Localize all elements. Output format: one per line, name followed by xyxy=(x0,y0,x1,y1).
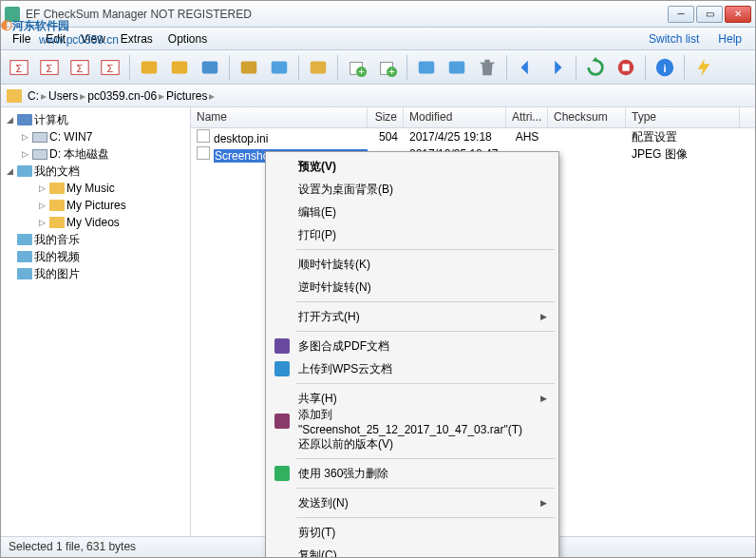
svg-rect-8 xyxy=(142,61,158,73)
toolbar-bolt[interactable] xyxy=(690,53,718,82)
toolbar-sigma2[interactable]: Σ xyxy=(35,53,64,82)
tree-label: My Pictures xyxy=(66,199,126,212)
context-menu-item[interactable]: 逆时针旋转(N) xyxy=(268,276,557,298)
context-menu-item[interactable]: 打开方式(H)▶ xyxy=(268,305,557,328)
expand-icon[interactable]: ▷ xyxy=(37,218,47,228)
breadcrumb[interactable]: C:▸Users▸pc0359.cn-06▸Pictures▸ xyxy=(1,85,755,107)
context-menu-item[interactable]: 上传到WPS云文档 xyxy=(268,357,557,380)
tree-item[interactable]: 我的图片 xyxy=(3,265,188,282)
menu-options[interactable]: Options xyxy=(161,30,215,48)
column-type[interactable]: Type xyxy=(626,107,740,127)
close-button[interactable]: ✕ xyxy=(725,6,751,23)
context-menu-item[interactable]: 顺时针旋转(K) xyxy=(268,253,557,276)
toolbar-folder-up[interactable] xyxy=(135,53,163,82)
cell-size: 504 xyxy=(368,130,404,144)
no-expand xyxy=(5,235,15,245)
svg-text:Σ: Σ xyxy=(77,62,84,73)
tree-item[interactable]: ▷ My Pictures xyxy=(3,197,188,214)
menu-extras[interactable]: Extras xyxy=(113,30,161,48)
menu-view[interactable]: View xyxy=(73,30,113,48)
cell-type: JPEG 图像 xyxy=(626,146,740,163)
tree-item[interactable]: 我的音乐 xyxy=(3,231,188,248)
breadcrumb-segment[interactable]: pc0359.cn-06 xyxy=(85,89,159,103)
context-menu-item[interactable]: 预览(V) xyxy=(268,155,557,178)
collapse-icon[interactable]: ◢ xyxy=(5,115,15,125)
menu-item-label: 发送到(N) xyxy=(298,495,349,511)
wps-icon xyxy=(274,360,291,377)
context-menu-item[interactable]: 复制(C) xyxy=(268,544,557,558)
column-name[interactable]: Name xyxy=(191,107,368,127)
tree-label: 我的文档 xyxy=(34,164,80,180)
tree-item[interactable]: ▷ C: WIN7 xyxy=(3,128,188,145)
menu-file[interactable]: File xyxy=(5,30,38,48)
maximize-button[interactable]: ▭ xyxy=(696,6,723,23)
minimize-button[interactable]: ─ xyxy=(668,6,694,23)
toolbar-copy[interactable] xyxy=(412,53,441,82)
menu-separator xyxy=(296,488,555,489)
column-size[interactable]: Size xyxy=(368,107,404,127)
column-checksum[interactable]: Checksum xyxy=(548,107,626,127)
context-menu-item[interactable]: 使用 360强力删除 xyxy=(268,462,557,485)
360-icon xyxy=(274,465,291,482)
file-icon xyxy=(197,129,210,143)
menu-help[interactable]: Help xyxy=(709,30,751,48)
toolbar-refresh[interactable] xyxy=(581,53,610,82)
folder-pic-icon xyxy=(17,268,32,279)
toolbar-sigma3[interactable]: Σ xyxy=(66,53,94,82)
tree-item[interactable]: ▷ D: 本地磁盘 xyxy=(3,145,188,163)
toolbar-info[interactable]: i xyxy=(651,53,679,82)
context-menu-item[interactable]: 添加到 "Screenshot_25_12_2017_10_47_03.rar"… xyxy=(268,410,557,433)
context-menu-item[interactable]: 设置为桌面背景(B) xyxy=(268,178,557,201)
column-headers[interactable]: NameSizeModifiedAttri...ChecksumType xyxy=(191,107,755,128)
toolbar-forward[interactable] xyxy=(542,53,571,82)
tree-item[interactable]: ◢ 计算机 xyxy=(3,111,188,128)
column-attr[interactable]: Attri... xyxy=(506,107,548,127)
menu-bar: FileEditViewExtrasOptions Switch listHel… xyxy=(1,28,755,50)
toolbar-move[interactable] xyxy=(443,53,471,82)
menu-edit[interactable]: Edit xyxy=(38,30,73,48)
toolbar-list[interactable] xyxy=(265,53,293,82)
expand-icon[interactable]: ▷ xyxy=(37,183,47,194)
expand-icon[interactable]: ▷ xyxy=(20,149,30,160)
toolbar-folder-open[interactable] xyxy=(165,53,194,82)
breadcrumb-segment[interactable]: Pictures xyxy=(164,89,209,103)
toolbar-desktop[interactable] xyxy=(196,53,224,82)
chevron-right-icon: ▸ xyxy=(209,89,215,103)
toolbar-new-folder[interactable]: + xyxy=(373,53,402,82)
toolbar-stop[interactable] xyxy=(612,53,640,82)
expand-icon[interactable]: ▷ xyxy=(37,201,47,211)
context-menu-item[interactable]: 打印(P) xyxy=(268,223,557,246)
breadcrumb-segment[interactable]: C: xyxy=(26,89,41,103)
toolbar-sigma1[interactable]: Σ xyxy=(5,53,33,82)
tree-label: 我的音乐 xyxy=(34,232,80,248)
toolbar-sigma4[interactable]: Σ xyxy=(96,53,124,82)
menu-switch-list[interactable]: Switch list xyxy=(639,30,709,48)
toolbar-trash[interactable] xyxy=(473,53,501,82)
submenu-arrow-icon: ▶ xyxy=(540,312,547,321)
column-modified[interactable]: Modified xyxy=(404,107,506,127)
svg-rect-10 xyxy=(202,61,218,73)
table-row[interactable]: desktop.ini5042017/4/25 19:18AHS配置设置 xyxy=(191,128,755,145)
expand-icon[interactable]: ▷ xyxy=(20,132,30,143)
tree-item[interactable]: ▷ My Videos xyxy=(3,214,188,231)
tree-item[interactable]: ▷ My Music xyxy=(3,180,188,197)
breadcrumb-segment[interactable]: Users xyxy=(47,89,80,103)
folder-video-icon xyxy=(17,251,32,262)
context-menu-item[interactable]: 多图合成PDF文档 xyxy=(268,335,557,357)
context-menu-item[interactable]: 编辑(E) xyxy=(268,201,557,223)
context-menu-item[interactable]: 剪切(T) xyxy=(268,521,557,544)
collapse-icon[interactable]: ◢ xyxy=(5,166,15,177)
context-menu[interactable]: 预览(V)设置为桌面背景(B)编辑(E)打印(P)顺时针旋转(K)逆时针旋转(N… xyxy=(265,151,559,558)
svg-text:+: + xyxy=(388,66,394,77)
folder-tree[interactable]: ◢ 计算机▷ C: WIN7▷ D: 本地磁盘◢ 我的文档▷ My Music▷… xyxy=(1,107,191,536)
pdf-icon xyxy=(274,337,291,355)
toolbar-edit[interactable] xyxy=(304,53,332,82)
toolbar-new-file[interactable]: + xyxy=(343,53,371,82)
context-menu-item[interactable]: 还原以前的版本(V) xyxy=(268,433,557,455)
context-menu-item[interactable]: 发送到(N)▶ xyxy=(268,491,557,514)
toolbar-back[interactable] xyxy=(512,53,540,82)
tree-item[interactable]: ◢ 我的文档 xyxy=(3,163,188,180)
tree-item[interactable]: 我的视频 xyxy=(3,248,188,265)
toolbar-prefs[interactable] xyxy=(235,53,263,82)
rar-icon xyxy=(274,413,291,430)
